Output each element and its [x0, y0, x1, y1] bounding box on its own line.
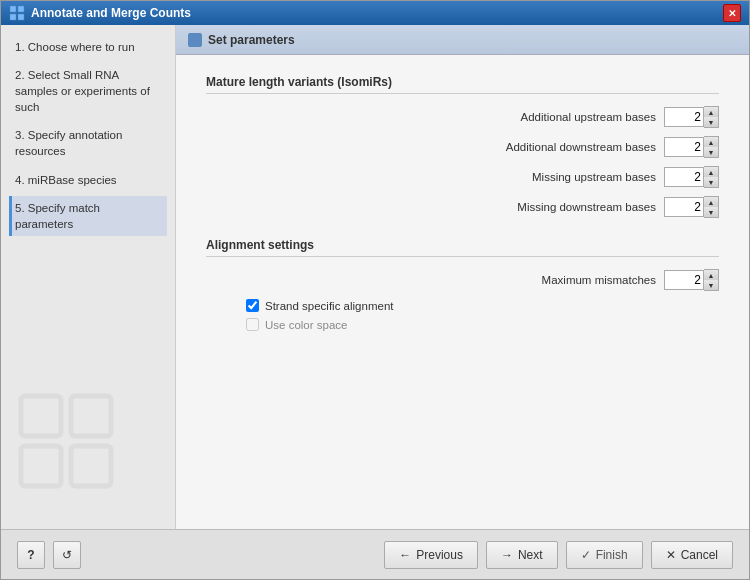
- help-button[interactable]: ?: [17, 541, 45, 569]
- next-icon: →: [501, 548, 513, 562]
- sidebar-item-select-samples[interactable]: 2. Select Small RNA samples or experimen…: [9, 63, 167, 119]
- window-title: Annotate and Merge Counts: [31, 6, 191, 20]
- main-content: 1. Choose where to run 2. Select Small R…: [1, 25, 749, 529]
- content-body: Mature length variants (IsomiRs) Additio…: [176, 55, 749, 529]
- sidebar-item-mirbase-species[interactable]: 4. miRBase species: [9, 168, 167, 192]
- additional-upstream-row: Additional upstream bases ▲ ▼: [206, 106, 719, 128]
- previous-icon: ←: [399, 548, 411, 562]
- additional-upstream-spinner: ▲ ▼: [664, 106, 719, 128]
- max-mismatches-up-btn[interactable]: ▲: [704, 270, 718, 280]
- finish-label: Finish: [596, 548, 628, 562]
- max-mismatches-spinner: ▲ ▼: [664, 269, 719, 291]
- cancel-label: Cancel: [681, 548, 718, 562]
- svg-rect-6: [21, 446, 61, 486]
- cancel-button[interactable]: ✕ Cancel: [651, 541, 733, 569]
- additional-upstream-input[interactable]: [664, 107, 704, 127]
- sidebar-item-specify-match[interactable]: 5. Specify match parameters: [9, 196, 167, 236]
- cancel-icon: ✕: [666, 548, 676, 562]
- missing-upstream-spinner: ▲ ▼: [664, 166, 719, 188]
- max-mismatches-spinner-buttons: ▲ ▼: [704, 269, 719, 291]
- sidebar-item-specify-annotation[interactable]: 3. Specify annotation resources: [9, 123, 167, 163]
- missing-downstream-row: Missing downstream bases ▲ ▼: [206, 196, 719, 218]
- previous-label: Previous: [416, 548, 463, 562]
- strand-specific-row: Strand specific alignment: [246, 299, 719, 312]
- isomirs-section-title: Mature length variants (IsomiRs): [206, 75, 719, 94]
- reset-button[interactable]: ↺: [53, 541, 81, 569]
- strand-specific-checkbox[interactable]: [246, 299, 259, 312]
- missing-downstream-up-btn[interactable]: ▲: [704, 197, 718, 207]
- missing-downstream-spinner-buttons: ▲ ▼: [704, 196, 719, 218]
- header-icon: [188, 33, 202, 47]
- header-title: Set parameters: [208, 33, 295, 47]
- main-window: Annotate and Merge Counts ✕ 1. Choose wh…: [0, 0, 750, 580]
- svg-rect-4: [21, 396, 61, 436]
- next-label: Next: [518, 548, 543, 562]
- missing-upstream-spinner-buttons: ▲ ▼: [704, 166, 719, 188]
- max-mismatches-label: Maximum mismatches: [486, 274, 656, 286]
- additional-downstream-down-btn[interactable]: ▼: [704, 147, 718, 157]
- title-bar: Annotate and Merge Counts ✕: [1, 1, 749, 25]
- additional-downstream-label: Additional downstream bases: [486, 141, 656, 153]
- footer: ? ↺ ← Previous → Next ✓ Finish ✕ Cancel: [1, 529, 749, 579]
- missing-upstream-up-btn[interactable]: ▲: [704, 167, 718, 177]
- svg-rect-5: [71, 396, 111, 436]
- missing-upstream-input[interactable]: [664, 167, 704, 187]
- color-space-label: Use color space: [265, 319, 347, 331]
- sidebar-item-choose-where[interactable]: 1. Choose where to run: [9, 35, 167, 59]
- close-button[interactable]: ✕: [723, 4, 741, 22]
- previous-button[interactable]: ← Previous: [384, 541, 478, 569]
- svg-rect-7: [71, 446, 111, 486]
- svg-rect-3: [18, 14, 24, 20]
- next-button[interactable]: → Next: [486, 541, 558, 569]
- missing-downstream-label: Missing downstream bases: [486, 201, 656, 213]
- app-icon: [9, 5, 25, 21]
- finish-icon: ✓: [581, 548, 591, 562]
- missing-upstream-label: Missing upstream bases: [486, 171, 656, 183]
- color-space-row: Use color space: [246, 318, 719, 331]
- footer-left: ? ↺: [17, 541, 81, 569]
- max-mismatches-input[interactable]: [664, 270, 704, 290]
- additional-upstream-down-btn[interactable]: ▼: [704, 117, 718, 127]
- footer-right: ← Previous → Next ✓ Finish ✕ Cancel: [384, 541, 733, 569]
- sidebar-watermark: [11, 386, 131, 509]
- max-mismatches-row: Maximum mismatches ▲ ▼: [206, 269, 719, 291]
- additional-upstream-up-btn[interactable]: ▲: [704, 107, 718, 117]
- additional-downstream-up-btn[interactable]: ▲: [704, 137, 718, 147]
- finish-button[interactable]: ✓ Finish: [566, 541, 643, 569]
- missing-upstream-row: Missing upstream bases ▲ ▼: [206, 166, 719, 188]
- sidebar: 1. Choose where to run 2. Select Small R…: [1, 25, 176, 529]
- color-space-checkbox[interactable]: [246, 318, 259, 331]
- additional-downstream-row: Additional downstream bases ▲ ▼: [206, 136, 719, 158]
- svg-rect-1: [18, 6, 24, 12]
- missing-upstream-down-btn[interactable]: ▼: [704, 177, 718, 187]
- title-bar-left: Annotate and Merge Counts: [9, 5, 191, 21]
- additional-downstream-spinner: ▲ ▼: [664, 136, 719, 158]
- reset-icon: ↺: [62, 548, 72, 562]
- svg-rect-2: [10, 14, 16, 20]
- additional-downstream-input[interactable]: [664, 137, 704, 157]
- svg-rect-0: [10, 6, 16, 12]
- content-header: Set parameters: [176, 25, 749, 55]
- content-area: Set parameters Mature length variants (I…: [176, 25, 749, 529]
- additional-upstream-label: Additional upstream bases: [486, 111, 656, 123]
- additional-upstream-spinner-buttons: ▲ ▼: [704, 106, 719, 128]
- missing-downstream-spinner: ▲ ▼: [664, 196, 719, 218]
- max-mismatches-down-btn[interactable]: ▼: [704, 280, 718, 290]
- missing-downstream-input[interactable]: [664, 197, 704, 217]
- strand-specific-label: Strand specific alignment: [265, 300, 393, 312]
- alignment-section-title: Alignment settings: [206, 238, 719, 257]
- missing-downstream-down-btn[interactable]: ▼: [704, 207, 718, 217]
- additional-downstream-spinner-buttons: ▲ ▼: [704, 136, 719, 158]
